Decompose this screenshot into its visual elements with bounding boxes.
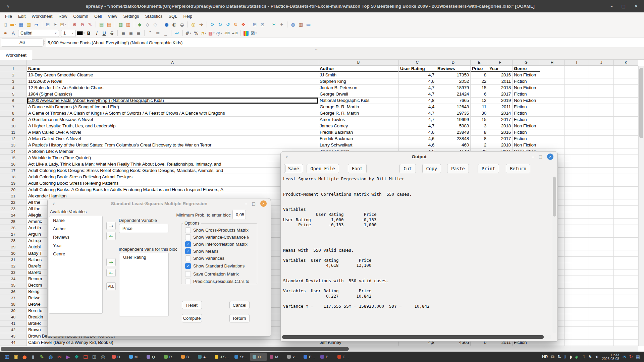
cell-E13[interactable]: 2 — [471, 142, 488, 148]
row-header-10[interactable]: 10 — [0, 123, 27, 129]
cell-K3[interactable] — [614, 78, 638, 85]
cell-A11[interactable]: A Man Called Ove: A Novel — [27, 129, 318, 136]
cell-I21[interactable] — [565, 193, 589, 199]
search-button[interactable]: ◎ — [190, 21, 197, 28]
cell-C3[interactable]: 4,6 — [399, 78, 436, 85]
cell-I25[interactable] — [565, 219, 589, 225]
cell-J4[interactable] — [589, 85, 614, 91]
cell-J10[interactable] — [589, 123, 614, 129]
cell-K9[interactable] — [614, 117, 638, 123]
font-family-select[interactable]: Calibri∨ — [18, 30, 59, 37]
launcher-office-icon[interactable]: ▤ — [81, 353, 90, 361]
cell-K13[interactable] — [614, 142, 638, 148]
cell-E8[interactable]: 30 — [471, 110, 488, 117]
variable-item-year[interactable]: Year — [49, 241, 102, 250]
column-header-K[interactable]: K — [614, 60, 638, 66]
comment-edit-button[interactable]: ◇ — [144, 21, 151, 28]
cell-J26[interactable] — [589, 225, 614, 231]
menu-worksheet[interactable]: Worksheet — [29, 13, 55, 19]
launcher-calculator-icon[interactable]: ⊞ — [90, 353, 99, 361]
volume-icon[interactable]: ⊲ — [595, 354, 599, 359]
cell-I31[interactable] — [565, 257, 589, 263]
cell-K17[interactable] — [614, 168, 638, 174]
cell-I2[interactable] — [565, 72, 589, 78]
taskbar-window-13[interactable]: P… — [318, 353, 334, 361]
cell-I33[interactable] — [565, 269, 589, 276]
comment-add-button[interactable]: ◆ — [136, 21, 144, 28]
cell-A44[interactable]: Cabin Fever (Diary of a Wimpy Kid, Book … — [27, 340, 318, 346]
cell-C4[interactable]: 4,7 — [399, 85, 436, 91]
menu-sql[interactable]: SQL — [165, 13, 180, 19]
taskbar-window-4[interactable]: R… — [162, 353, 178, 361]
cell-J23[interactable] — [589, 206, 614, 212]
cell-I13[interactable] — [565, 142, 589, 148]
copy-button[interactable]: ⊞ — [44, 21, 52, 28]
cell-E1[interactable]: Price — [471, 66, 488, 72]
delete-sheet-button[interactable]: ▤ — [105, 21, 113, 28]
open-file-button[interactable]: Open File — [307, 164, 339, 173]
cell-D8[interactable]: 19735 — [436, 110, 471, 117]
cell-F10[interactable]: 2018 — [488, 123, 513, 129]
underline-button[interactable]: U — [100, 29, 108, 37]
cell-I7[interactable] — [565, 104, 589, 110]
cell-I11[interactable] — [565, 129, 589, 136]
cell-I44[interactable] — [565, 340, 589, 346]
cell-A12[interactable]: A Man Called Ove: A Novel — [27, 136, 318, 142]
cell-B10[interactable]: James Comey — [318, 123, 399, 129]
cell-K39[interactable] — [614, 308, 638, 314]
copy-grid-button[interactable]: ⊞ — [251, 21, 259, 28]
minimize-icon[interactable]: – — [610, 4, 613, 9]
cell-B7[interactable]: George R. R. Martin — [318, 104, 399, 110]
cell-G7[interactable]: Fiction — [513, 104, 540, 110]
checkbox-unchecked-icon[interactable] — [185, 279, 191, 284]
row-header-42[interactable]: 42 — [0, 327, 27, 333]
cell-C8[interactable]: 4,7 — [399, 110, 436, 117]
cell-G12[interactable]: Fiction — [513, 136, 540, 142]
save-button[interactable]: ▦ — [17, 21, 25, 28]
cell-K4[interactable] — [614, 85, 638, 91]
cell-I34[interactable] — [565, 276, 589, 282]
cell-B1[interactable]: Author — [318, 66, 399, 72]
tools-button[interactable]: ✦ — [278, 21, 285, 28]
text-color-picker[interactable]: ∨ — [77, 29, 85, 37]
vertical-scrollbar[interactable] — [638, 66, 644, 346]
taskbar-window-12[interactable]: P… — [301, 353, 317, 361]
workspaces-icon[interactable]: ▦ — [636, 354, 640, 359]
night-light-icon[interactable]: ☽ — [581, 354, 585, 359]
cell-K35[interactable] — [614, 282, 638, 289]
cell-E2[interactable]: 8 — [471, 72, 488, 78]
insert-sheet-button[interactable]: ▤ — [98, 21, 105, 28]
checkbox-unchecked-icon[interactable] — [185, 227, 191, 233]
cell-A15[interactable]: A Wrinkle in Time (Time Quintet) — [27, 155, 318, 161]
cell-A4[interactable]: 12 Rules for Life: An Antidote to Chaos — [27, 85, 318, 91]
column-header-H[interactable]: H — [540, 60, 565, 66]
column-header-C[interactable]: C — [399, 60, 436, 66]
cell-K33[interactable] — [614, 269, 638, 276]
horizontal-scrollbar-thumb[interactable] — [1, 347, 349, 351]
close-icon[interactable]: ✕ — [634, 4, 638, 9]
cell-I20[interactable] — [565, 187, 589, 193]
toolbar-overflow-handle[interactable]: … — [315, 46, 319, 51]
cell-E12[interactable]: 8 — [471, 136, 488, 142]
cell-H7[interactable] — [540, 104, 565, 110]
cell-E5[interactable]: 6 — [471, 91, 488, 98]
cell-K27[interactable] — [614, 231, 638, 238]
checkbox-format-button[interactable]: ☒∨ — [250, 29, 258, 37]
cell-I23[interactable] — [565, 206, 589, 212]
cell-H4[interactable] — [540, 85, 565, 91]
cell-K24[interactable] — [614, 212, 638, 219]
cell-K2[interactable] — [614, 72, 638, 78]
row-header-23[interactable]: 23 — [0, 206, 27, 212]
cell-K28[interactable] — [614, 238, 638, 244]
paste-button[interactable]: Paste — [447, 164, 469, 173]
globe-add-button[interactable]: ● — [163, 21, 170, 28]
select-all-corner[interactable] — [0, 60, 27, 66]
cell-B12[interactable]: Fredrik Backman — [318, 136, 399, 142]
checkbox-unchecked-icon[interactable] — [185, 255, 191, 261]
row-header-21[interactable]: 21 — [0, 193, 27, 199]
menu-edit[interactable]: Edit — [15, 13, 29, 19]
cell-A16[interactable]: Act Like a Lady, Think Like a Man: What … — [27, 161, 318, 168]
cell-I3[interactable] — [565, 78, 589, 85]
option-show-variances[interactable]: Show Variances — [185, 255, 249, 261]
cell-B5[interactable]: George Orwell — [318, 91, 399, 98]
